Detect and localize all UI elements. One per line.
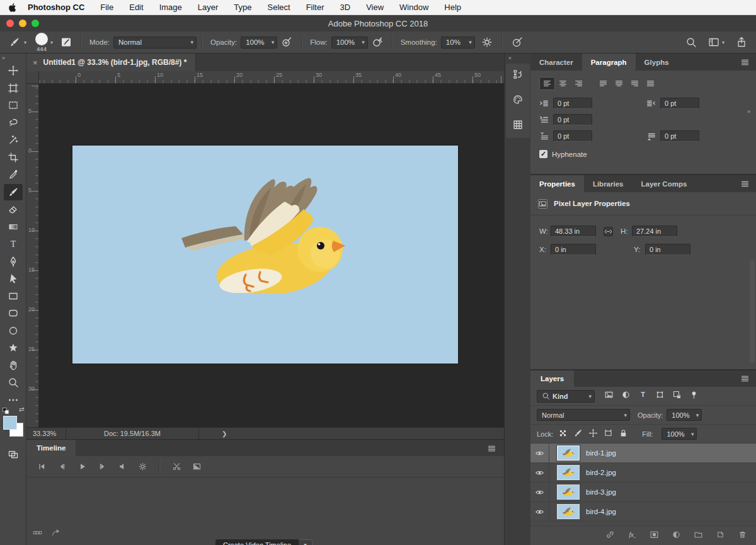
timeline-skip-start-button[interactable] bbox=[32, 459, 52, 474]
timeline-gear-button[interactable] bbox=[132, 459, 152, 474]
x-field[interactable]: 0 in bbox=[551, 244, 596, 255]
layer-row[interactable]: bird-3.jpg bbox=[530, 483, 756, 502]
tool-zoom[interactable] bbox=[4, 374, 23, 391]
layer-filter-pin[interactable] bbox=[689, 390, 699, 402]
layer-name[interactable]: bird-4.jpg bbox=[586, 508, 616, 515]
vertical-ruler[interactable]: 5051015202530 bbox=[26, 84, 39, 427]
menu-item-edit[interactable]: Edit bbox=[129, 3, 143, 12]
menu-item-window[interactable]: Window bbox=[399, 3, 428, 12]
timeline-scissors-button[interactable] bbox=[166, 459, 186, 474]
tool-rounded-rect[interactable] bbox=[4, 305, 23, 321]
layer-row[interactable]: bird-2.jpg bbox=[530, 463, 756, 483]
tool-direct-select[interactable] bbox=[4, 270, 23, 287]
layers-tab[interactable]: Layers bbox=[530, 370, 574, 387]
layer-name[interactable]: bird-1.jpg bbox=[586, 449, 616, 457]
layer-filter-select[interactable]: Kind ▾ bbox=[537, 390, 595, 403]
menu-item-type[interactable]: Type bbox=[234, 3, 251, 12]
canvas-pasteboard[interactable]: 5051015202530 bbox=[26, 84, 504, 427]
indent-first-input[interactable]: 0 pt bbox=[553, 114, 592, 125]
layer-filter-type-filter[interactable]: T bbox=[638, 390, 648, 402]
tab-layer-comps[interactable]: Layer Comps bbox=[632, 175, 696, 192]
timeline-export-arrow-button[interactable] bbox=[51, 528, 60, 540]
menu-item-filter[interactable]: Filter bbox=[306, 3, 324, 12]
brush-settings-panel-toggle[interactable] bbox=[60, 37, 72, 48]
tool-rectangle[interactable] bbox=[4, 288, 23, 304]
tool-eyedropper[interactable] bbox=[4, 166, 23, 183]
tab-paragraph[interactable]: Paragraph bbox=[582, 54, 636, 71]
lock-padlock[interactable] bbox=[619, 428, 628, 439]
lock-brush[interactable] bbox=[573, 428, 583, 439]
layer-row[interactable]: bird-1.jpg bbox=[530, 444, 756, 463]
menu-item-view[interactable]: View bbox=[366, 3, 384, 12]
align-center-button[interactable] bbox=[555, 77, 571, 90]
brush-size-preview[interactable]: 444 bbox=[35, 33, 48, 52]
smoothing-select[interactable]: 10%▾ bbox=[441, 37, 475, 49]
dock-panel-palette[interactable] bbox=[512, 94, 524, 108]
swap-colors-icon[interactable]: ⇄ bbox=[19, 406, 24, 413]
width-field[interactable]: 48.33 in bbox=[551, 226, 596, 237]
document-tab[interactable]: × Untitled1 @ 33.3% (bird-1.jpg, RGB/8#)… bbox=[26, 54, 196, 71]
dock-panel-swatches[interactable] bbox=[512, 119, 524, 133]
hyphenate-checkbox[interactable]: ✓ bbox=[539, 150, 547, 158]
layers-panel-menu-icon[interactable] bbox=[740, 374, 750, 383]
zoom-level-field[interactable]: 33.33% bbox=[26, 430, 66, 437]
share-icon[interactable] bbox=[736, 37, 747, 48]
properties-panel-menu-icon[interactable] bbox=[740, 179, 750, 188]
layer-thumbnail[interactable] bbox=[557, 465, 580, 480]
tool-eraser[interactable] bbox=[4, 201, 23, 217]
properties-scrollbar[interactable] bbox=[750, 260, 755, 363]
layer-visibility-toggle[interactable] bbox=[530, 444, 549, 462]
menu-item-3d[interactable]: 3D bbox=[340, 3, 351, 12]
dock-collapse-icon[interactable]: « bbox=[508, 55, 512, 61]
layer-thumbnail[interactable] bbox=[557, 485, 580, 500]
space-after-input[interactable]: 0 pt bbox=[660, 130, 699, 142]
space-before-input[interactable]: 0 pt bbox=[553, 130, 592, 142]
tool-type[interactable]: T bbox=[4, 236, 23, 252]
lock-frame[interactable] bbox=[604, 428, 613, 439]
timeline-next-frame-button[interactable] bbox=[92, 459, 112, 474]
status-options-chevron-icon[interactable]: ❯ bbox=[222, 430, 227, 437]
document-size-info[interactable]: Doc: 19.5M/16.3M bbox=[66, 428, 199, 439]
layer-visibility-toggle[interactable] bbox=[530, 463, 549, 482]
brush-preset-icon[interactable] bbox=[9, 37, 20, 48]
brush-picker-chevron-icon[interactable]: ▾ bbox=[50, 40, 53, 45]
apple-logo-icon[interactable] bbox=[8, 3, 18, 13]
layer-filter-smart-filter[interactable] bbox=[672, 390, 682, 402]
tool-marquee[interactable] bbox=[4, 97, 23, 113]
layer-filter-pixel-filter[interactable] bbox=[604, 390, 614, 402]
foreground-color-swatch[interactable] bbox=[3, 416, 17, 430]
menu-item-help[interactable]: Help bbox=[444, 3, 461, 12]
indent-left-input[interactable]: 0 pt bbox=[553, 98, 592, 109]
layers-action-new-layer[interactable] bbox=[716, 530, 725, 542]
tab-character[interactable]: Character bbox=[530, 54, 582, 71]
align-left-button[interactable] bbox=[539, 77, 555, 90]
layers-action-folder[interactable] bbox=[694, 530, 703, 542]
close-tab-icon[interactable]: × bbox=[33, 58, 38, 67]
menu-item-image[interactable]: Image bbox=[159, 3, 182, 12]
document-canvas[interactable] bbox=[72, 146, 458, 364]
tool-ellipse[interactable] bbox=[4, 323, 23, 339]
layer-fill-select[interactable]: 100%▾ bbox=[662, 428, 697, 440]
opacity-select[interactable]: 100%▾ bbox=[241, 37, 277, 49]
timeline-mode-select[interactable]: Create Video Timeline ▾ bbox=[215, 539, 312, 545]
paragraph-panel-menu-icon[interactable] bbox=[740, 57, 750, 67]
timeline-prev-frame-button[interactable] bbox=[52, 459, 72, 474]
justify-all-button[interactable] bbox=[643, 77, 658, 90]
pressure-size-icon[interactable] bbox=[512, 37, 523, 48]
tab-libraries[interactable]: Libraries bbox=[584, 175, 633, 192]
smoothing-gear-icon[interactable] bbox=[481, 37, 493, 48]
toolbar-expand-icon[interactable]: » bbox=[0, 54, 28, 62]
layer-row[interactable]: bird-4.jpg bbox=[530, 502, 756, 522]
tool-gradient[interactable] bbox=[4, 219, 23, 235]
menu-item-layer[interactable]: Layer bbox=[198, 3, 219, 12]
layer-name[interactable]: bird-3.jpg bbox=[586, 488, 616, 496]
y-field[interactable]: 0 in bbox=[645, 244, 690, 255]
layer-visibility-toggle[interactable] bbox=[530, 502, 549, 521]
layers-action-trash[interactable] bbox=[738, 530, 747, 542]
tool-pen[interactable] bbox=[4, 253, 23, 270]
menu-item-file[interactable]: File bbox=[100, 3, 113, 12]
default-colors-icon[interactable] bbox=[2, 407, 10, 415]
horizontal-ruler[interactable]: 05101520253035404550 bbox=[39, 71, 504, 83]
layers-action-adjust-filter[interactable] bbox=[672, 530, 681, 542]
layer-name[interactable]: bird-2.jpg bbox=[586, 469, 616, 476]
